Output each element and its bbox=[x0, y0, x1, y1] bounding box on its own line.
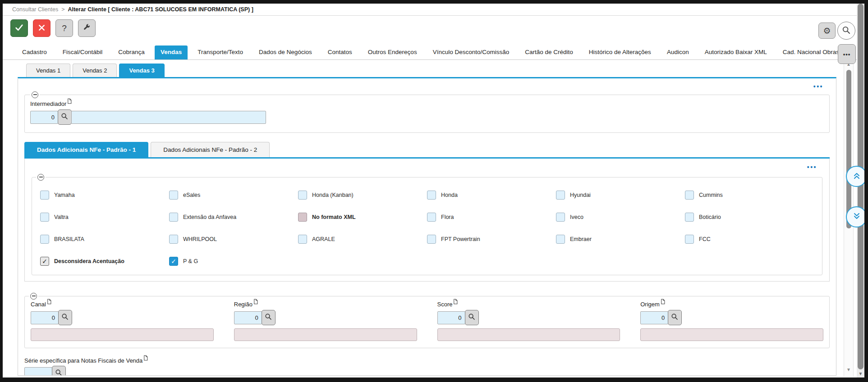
cancel-button[interactable] bbox=[33, 19, 51, 37]
serie-lookup-button[interactable] bbox=[52, 366, 66, 376]
checkbox-flora[interactable]: Flora bbox=[427, 213, 556, 222]
checkbox-cummins[interactable]: Cummins bbox=[685, 191, 814, 200]
checkbox-esales[interactable]: eSales bbox=[169, 191, 298, 200]
checkbox-extensao-da-anfavea[interactable]: Extensão da Anfavea bbox=[169, 213, 298, 222]
tab-contatos[interactable]: Contatos bbox=[322, 45, 358, 59]
checkbox[interactable] bbox=[169, 191, 178, 200]
checkbox[interactable] bbox=[685, 213, 694, 222]
breadcrumb-parent-link[interactable]: Consultar Clientes bbox=[12, 6, 58, 13]
checkbox[interactable] bbox=[169, 213, 178, 222]
checkbox[interactable] bbox=[40, 257, 49, 266]
checkbox[interactable] bbox=[298, 235, 307, 244]
tab-nfe-padrao-2[interactable]: Dados Adicionais NFe - Padrão - 2 bbox=[151, 142, 270, 157]
tab-vinculo-desconto-comissao[interactable]: Vínculo Desconto/Comissão bbox=[427, 45, 515, 59]
checkbox-hyundai[interactable]: Hyundai bbox=[556, 191, 685, 200]
score-code-input[interactable] bbox=[437, 311, 465, 324]
checkbox[interactable] bbox=[556, 213, 565, 222]
checkbox[interactable] bbox=[685, 191, 694, 200]
checkbox-brasilata[interactable]: BRASILATA bbox=[40, 235, 169, 244]
collapse-flags-icon[interactable] bbox=[36, 173, 46, 181]
content-scrollbar-thumb[interactable] bbox=[846, 70, 851, 228]
origem-code-input[interactable] bbox=[640, 311, 668, 324]
checkbox-yamaha[interactable]: Yamaha bbox=[40, 191, 169, 200]
serie-code-input[interactable] bbox=[24, 367, 52, 376]
checkbox[interactable] bbox=[40, 235, 49, 244]
checkbox[interactable] bbox=[685, 235, 694, 244]
checkbox-agrale[interactable]: AGRALE bbox=[298, 235, 427, 244]
intermediador-panel-menu: ••• bbox=[18, 78, 836, 91]
panel-menu-icon[interactable]: ••• bbox=[807, 164, 817, 171]
checkbox-honda[interactable]: Honda bbox=[427, 191, 556, 200]
global-search-button[interactable] bbox=[837, 22, 855, 40]
copy-icon[interactable] bbox=[67, 98, 72, 105]
subtab-vendas-2[interactable]: Vendas 2 bbox=[73, 64, 117, 77]
scroll-to-top-button[interactable] bbox=[846, 166, 867, 187]
scroll-to-bottom-button[interactable] bbox=[846, 206, 867, 227]
copy-icon[interactable] bbox=[143, 355, 148, 362]
tab-cadastro[interactable]: Cadastro bbox=[16, 45, 53, 59]
checkbox-boticario[interactable]: Boticário bbox=[685, 213, 814, 222]
tab-cartao-de-credito[interactable]: Cartão de Crédito bbox=[519, 45, 579, 59]
checkbox-embraer[interactable]: Embraer bbox=[556, 235, 685, 244]
checkbox-iveco[interactable]: Iveco bbox=[556, 213, 685, 222]
tab-audicon[interactable]: Audicon bbox=[661, 45, 695, 59]
collapse-classificacao-icon[interactable] bbox=[29, 292, 38, 300]
wrench-icon bbox=[83, 23, 91, 33]
regiao-code-input[interactable] bbox=[234, 311, 262, 324]
tab-autorizado-baixar-xml[interactable]: Autorizado Baixar XML bbox=[699, 45, 773, 59]
checkbox[interactable] bbox=[169, 235, 178, 244]
checkbox-desconsidera-acentuacao[interactable]: Desconsidera Acentuação bbox=[40, 257, 169, 266]
subtab-vendas-3[interactable]: Vendas 3 bbox=[119, 64, 164, 77]
checkbox[interactable] bbox=[427, 235, 436, 244]
subtab-vendas-1[interactable]: Vendas 1 bbox=[26, 64, 70, 77]
checkbox[interactable] bbox=[40, 213, 49, 222]
tab-dados-de-negocios[interactable]: Dados de Negócios bbox=[253, 45, 318, 59]
canal-code-input[interactable] bbox=[31, 311, 59, 324]
checkbox-fcc[interactable]: FCC bbox=[685, 235, 814, 244]
tab-outros-enderecos[interactable]: Outros Endereços bbox=[362, 45, 423, 59]
panel-menu-icon[interactable]: ••• bbox=[813, 83, 823, 90]
copy-icon[interactable] bbox=[660, 299, 665, 306]
origem-lookup-button[interactable] bbox=[668, 310, 682, 325]
checkbox-p-and-g[interactable]: P & G bbox=[169, 257, 298, 266]
checkbox-valtra[interactable]: Valtra bbox=[40, 213, 169, 222]
window-scrollbar[interactable]: ▼ bbox=[857, 4, 864, 377]
score-lookup-button[interactable] bbox=[465, 310, 479, 325]
window-scroll-down-arrow[interactable]: ▼ bbox=[857, 371, 864, 376]
tab-nfe-padrao-1[interactable]: Dados Adicionais NFe - Padrão - 1 bbox=[24, 142, 148, 157]
copy-icon[interactable] bbox=[453, 299, 458, 306]
tab-fiscal-contabil[interactable]: Fiscal/Contábil bbox=[57, 45, 109, 59]
copy-icon[interactable] bbox=[253, 299, 258, 306]
intermediador-name-input[interactable] bbox=[71, 111, 266, 124]
regiao-lookup-button[interactable] bbox=[262, 310, 276, 325]
tabs-overflow-button[interactable]: ••• bbox=[838, 44, 856, 64]
tab-cad-nacional-obras[interactable]: Cad. Nacional Obras bbox=[777, 45, 845, 59]
confirm-button[interactable] bbox=[10, 19, 28, 37]
checkbox-honda-kanban[interactable]: Honda (Kanban) bbox=[298, 191, 427, 200]
intermediador-label-row: Intermediador bbox=[30, 100, 824, 107]
collapse-intermediador-icon[interactable] bbox=[30, 91, 40, 99]
tab-vendas[interactable]: Vendas bbox=[155, 45, 188, 59]
checkbox-whrilpool[interactable]: WHRILPOOL bbox=[169, 235, 298, 244]
checkbox[interactable] bbox=[169, 257, 178, 266]
copy-icon[interactable] bbox=[46, 299, 51, 306]
checkbox[interactable] bbox=[298, 191, 307, 200]
checkbox[interactable] bbox=[556, 191, 565, 200]
scroll-down-arrow[interactable]: ▼ bbox=[844, 367, 853, 372]
tab-historico-de-alteracoes[interactable]: Histórico de Alterações bbox=[583, 45, 657, 59]
intermediador-code-input[interactable] bbox=[30, 111, 58, 124]
checkbox[interactable] bbox=[40, 191, 49, 200]
tab-transporte-texto[interactable]: Transporte/Texto bbox=[192, 45, 249, 59]
checkbox[interactable] bbox=[427, 213, 436, 222]
settings-button[interactable]: ⚙ bbox=[818, 23, 836, 39]
intermediador-lookup-button[interactable] bbox=[58, 109, 72, 125]
checkbox-label: Hyundai bbox=[570, 192, 591, 198]
help-button[interactable]: ? bbox=[55, 19, 73, 37]
checkbox[interactable] bbox=[556, 235, 565, 244]
checkbox[interactable] bbox=[427, 191, 436, 200]
breadcrumb-separator: > bbox=[61, 6, 64, 13]
tab-cobranca[interactable]: Cobrança bbox=[112, 45, 151, 59]
tools-button[interactable] bbox=[78, 19, 96, 37]
canal-lookup-button[interactable] bbox=[58, 310, 72, 325]
checkbox-fpt-powertrain[interactable]: FPT Powertrain bbox=[427, 235, 556, 244]
